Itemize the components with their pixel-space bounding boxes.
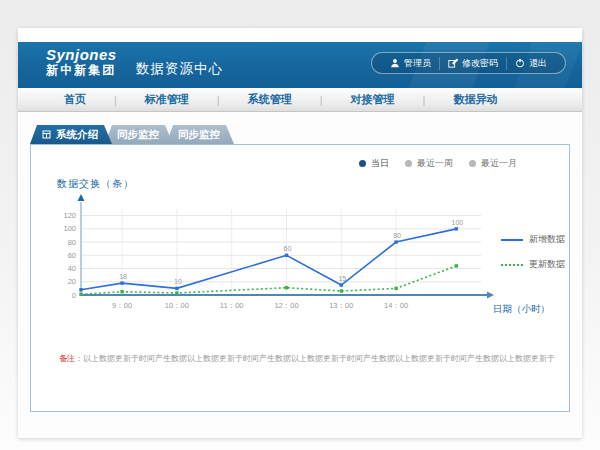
chart-point xyxy=(394,287,397,290)
y-axis-arrow xyxy=(78,194,85,201)
logo-text-cn: 新中新集团 xyxy=(46,64,117,77)
user-toolbar: 管理员 修改密码 退出 xyxy=(371,52,566,74)
main-nav: 首页 | 标准管理 | 系统管理 | 对接管理 | 数据异动 xyxy=(18,88,582,112)
footnote-prefix: 备注 xyxy=(59,354,75,363)
page-title: 数据资源中心 xyxy=(136,60,223,78)
power-icon xyxy=(515,58,525,68)
user-icon xyxy=(390,58,400,68)
chart-container: 0204060801001209：0010：0011：0012：0013：001… xyxy=(45,193,497,323)
logout-label: 退出 xyxy=(529,57,547,70)
chart-point xyxy=(285,254,288,257)
tab-sync-monitor-1[interactable]: 同步监控 xyxy=(105,125,173,144)
chart-point xyxy=(120,290,123,293)
chart-panel: 当日 最近一周 最近一月 数据交换（条） 0204060801001209：00… xyxy=(30,144,570,412)
chart-series-line xyxy=(81,266,456,294)
tab-label: 系统介绍 xyxy=(56,128,98,142)
document-icon xyxy=(42,130,51,139)
chart-point xyxy=(79,293,82,296)
x-axis-title: 日期（小时） xyxy=(493,303,550,316)
chart-point xyxy=(175,291,178,294)
legend-label: 更新数据 xyxy=(529,258,565,271)
legend-label: 新增数据 xyxy=(529,233,565,246)
app-window: Synjones 新中新集团 数据资源中心 管理员 修改密码 退出 xyxy=(18,28,582,438)
y-tick-label: 100 xyxy=(63,224,76,233)
user-account-button[interactable]: 管理员 xyxy=(382,57,439,70)
radio-last-week[interactable]: 最近一周 xyxy=(405,157,453,170)
app-header: Synjones 新中新集团 数据资源中心 管理员 修改密码 退出 xyxy=(18,42,582,88)
x-tick-label: 10：00 xyxy=(165,301,189,310)
chart-point-label: 15 xyxy=(338,275,346,282)
tab-system-intro[interactable]: 系统介绍 xyxy=(30,125,112,144)
y-axis-title: 数据交换（条） xyxy=(57,177,134,191)
y-tick-label: 0 xyxy=(72,291,76,300)
y-tick-label: 80 xyxy=(68,238,76,247)
y-tick-label: 20 xyxy=(68,277,76,286)
footnote-text: ：以上数据更新于时间产生数据以上数据更新于时间产生数据以上数据更新于时间产生数据… xyxy=(75,354,555,363)
footnote: 备注：以上数据更新于时间产生数据以上数据更新于时间产生数据以上数据更新于时间产生… xyxy=(59,353,559,364)
x-axis-arrow xyxy=(487,292,494,299)
legend-line-swatch xyxy=(501,239,523,241)
x-tick-label: 11：00 xyxy=(220,301,244,310)
logout-button[interactable]: 退出 xyxy=(506,57,555,70)
chart-point xyxy=(120,281,123,284)
chart-point xyxy=(285,286,288,289)
nav-item-home[interactable]: 首页 xyxy=(36,92,114,107)
chart-point xyxy=(340,289,343,292)
radio-label: 当日 xyxy=(371,157,389,170)
change-password-button[interactable]: 修改密码 xyxy=(439,57,506,70)
chart-point xyxy=(455,227,458,230)
tab-bar: 系统介绍 同步监控 同步监控 xyxy=(30,125,227,144)
y-tick-label: 60 xyxy=(68,251,76,260)
y-tick-label: 120 xyxy=(63,211,76,220)
radio-label: 最近一周 xyxy=(417,157,453,170)
legend-item-update-data: 更新数据 xyxy=(501,258,565,271)
tab-label: 同步监控 xyxy=(178,128,220,142)
edit-icon xyxy=(448,58,458,68)
legend-line-swatch xyxy=(501,264,523,266)
radio-dot xyxy=(469,160,476,167)
chart-point xyxy=(79,288,82,291)
chart-point-label: 100 xyxy=(451,219,463,226)
chart-point xyxy=(340,283,343,286)
chart-point-label: 80 xyxy=(393,232,401,239)
logo-text-en: Synjones xyxy=(46,47,117,64)
company-logo: Synjones 新中新集团 xyxy=(46,47,117,77)
radio-label: 最近一月 xyxy=(481,157,517,170)
chart-point xyxy=(394,240,397,243)
y-tick-label: 40 xyxy=(68,264,76,273)
x-tick-label: 13：00 xyxy=(329,301,353,310)
x-tick-label: 14：00 xyxy=(384,301,408,310)
radio-last-month[interactable]: 最近一月 xyxy=(469,157,517,170)
nav-item-integration[interactable]: 对接管理 xyxy=(323,92,423,107)
chart-point-label: 60 xyxy=(284,245,292,252)
radio-dot xyxy=(405,160,412,167)
radio-today[interactable]: 当日 xyxy=(359,157,389,170)
x-tick-label: 12：00 xyxy=(274,301,298,310)
tab-sync-monitor-2[interactable]: 同步监控 xyxy=(166,125,234,144)
nav-item-system[interactable]: 系统管理 xyxy=(220,92,320,107)
nav-item-standards[interactable]: 标准管理 xyxy=(117,92,217,107)
chart-point-label: 18 xyxy=(119,273,127,280)
chart-legend: 新增数据 更新数据 xyxy=(501,233,565,271)
chart-point xyxy=(175,287,178,290)
content-area: 系统介绍 同步监控 同步监控 当日 最近一周 xyxy=(18,113,582,438)
chart-point-label: 10 xyxy=(174,278,182,285)
x-tick-label: 9：00 xyxy=(112,301,132,310)
line-chart: 0204060801001209：0010：0011：0012：0013：001… xyxy=(45,193,497,319)
radio-dot xyxy=(359,160,366,167)
chart-point xyxy=(455,264,458,267)
tab-label: 同步监控 xyxy=(117,128,159,142)
time-range-filter: 当日 最近一周 最近一月 xyxy=(359,157,517,170)
user-name-label: 管理员 xyxy=(404,57,431,70)
change-password-label: 修改密码 xyxy=(462,57,498,70)
nav-item-data-changes[interactable]: 数据异动 xyxy=(425,92,525,107)
legend-item-new-data: 新增数据 xyxy=(501,233,565,246)
